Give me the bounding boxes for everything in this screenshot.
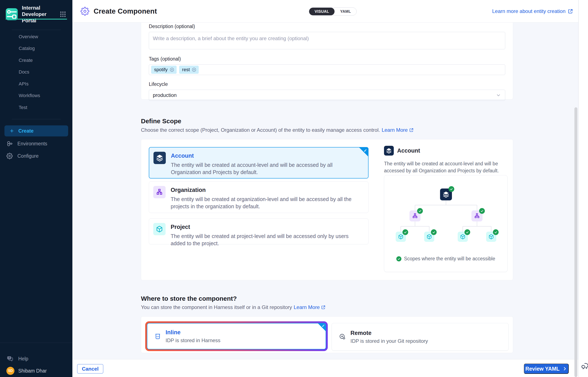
remote-git-icon <box>339 333 346 341</box>
vertical-scrollbar[interactable] <box>574 107 577 377</box>
environments-icon <box>6 141 13 147</box>
plus-icon: + <box>10 128 14 134</box>
sidebar-item-apis[interactable]: APIs <box>0 80 72 88</box>
store-option-title: Remote <box>350 330 428 336</box>
toggle-visual[interactable]: VISUAL <box>309 8 334 15</box>
external-link-icon <box>321 305 326 310</box>
chevron-down-icon <box>496 93 501 98</box>
sidebar-create-label: Create <box>19 128 34 134</box>
define-scope-heading: Define Scope <box>141 118 181 125</box>
learn-more-entity-creation-link[interactable]: Learn more about entity creation <box>492 0 573 23</box>
store-option-title: Inline <box>166 329 220 336</box>
divider <box>12 119 61 119</box>
scope-option-account[interactable]: ✓ Account The entity will be created at … <box>149 147 368 178</box>
component-gear-icon <box>80 7 89 16</box>
scope-learn-more-link[interactable]: Learn More <box>382 127 414 133</box>
store-subtitle: You can store the component in Harness i… <box>141 304 326 310</box>
scope-option-description: The entity will be created at organizati… <box>171 196 357 210</box>
store-option-description: IDP is stored in your Git repository <box>350 338 428 344</box>
sidebar-item-label: Workflows <box>19 93 40 98</box>
tree-project-node <box>486 232 496 242</box>
external-link-icon <box>568 9 573 14</box>
sidebar-create-button[interactable]: + Create <box>4 125 68 136</box>
sidebar-item-label: Docs <box>19 69 29 75</box>
tree-account-node <box>440 188 452 200</box>
scope-option-project[interactable]: Project The entity will be created at pr… <box>149 218 368 244</box>
cancel-button[interactable]: Cancel <box>77 364 103 374</box>
sidebar-item-configure[interactable]: Configure <box>0 151 64 162</box>
scope-option-title: Project <box>171 224 357 230</box>
scope-option-title: Organization <box>171 187 357 193</box>
sidebar-item-overview[interactable]: Overview <box>0 32 72 41</box>
user-menu[interactable]: SD Shibam Dhar <box>6 367 47 375</box>
store-learn-more-link[interactable]: Learn More <box>294 304 326 310</box>
lifecycle-select[interactable]: production <box>149 90 505 101</box>
check-icon: ✓ <box>364 148 367 153</box>
tags-label: Tags (optional) <box>149 56 505 62</box>
inline-storage-icon: </> <box>154 333 161 340</box>
tags-input[interactable]: spotify rest <box>149 64 505 75</box>
page-title: Create Component <box>94 7 157 15</box>
tree-org-node <box>410 210 421 222</box>
configure-gear-icon <box>6 153 13 159</box>
toggle-yaml[interactable]: YAML <box>334 8 356 15</box>
sidebar-item-create[interactable]: Create <box>0 56 72 65</box>
scope-detail: Account The entity will be created at ac… <box>384 146 508 174</box>
sidebar-item-label: Overview <box>19 34 38 39</box>
sidebar-item-workflows[interactable]: Workflows <box>0 91 72 100</box>
sidebar: Internal Developer Portal Overview Catal… <box>0 0 72 377</box>
description-input[interactable] <box>149 32 505 49</box>
sidebar-item-label: Create <box>19 58 33 63</box>
diagram-legend: Scopes where the entity will be accessib… <box>384 256 507 262</box>
divider <box>578 0 579 377</box>
annotation-highlight-ring: ✓ </> Inline IDP is stored in Harness <box>145 321 328 351</box>
avatar: SD <box>6 367 14 375</box>
scope-option-organization[interactable]: Organization The entity will be created … <box>149 181 368 213</box>
tag-chip: rest <box>179 66 199 74</box>
check-badge <box>465 229 470 235</box>
chat-support-icon[interactable] <box>581 361 588 371</box>
sidebar-item-help[interactable]: ? Help <box>0 353 64 364</box>
help-chat-icon: ? <box>6 355 14 362</box>
scope-option-description: The entity will be created at project-le… <box>171 233 357 247</box>
tag-chip-label: spotify <box>154 67 168 72</box>
scope-diagram: Scopes where the entity will be accessib… <box>384 175 508 272</box>
sidebar-item-environments[interactable]: Environments <box>0 138 64 149</box>
remove-tag-icon[interactable] <box>169 67 175 72</box>
store-heading: Where to store the component? <box>141 295 237 302</box>
svg-text:?: ? <box>9 357 10 359</box>
tag-chip: spotify <box>151 66 177 74</box>
review-yaml-button[interactable]: Review YAML <box>524 364 569 374</box>
sidebar-item-catalog[interactable]: Catalog <box>0 44 72 53</box>
scroll-area[interactable]: Description (optional) Tags (optional) s… <box>72 23 578 359</box>
store-selector-panel: ✓ </> Inline IDP is stored in Harness <box>141 317 513 353</box>
tree-project-node <box>424 232 434 242</box>
sidebar-environments-label: Environments <box>17 141 47 147</box>
check-badge <box>431 229 437 235</box>
remove-tag-icon[interactable] <box>191 67 197 72</box>
external-link-icon <box>409 128 414 132</box>
tag-chip-label: rest <box>182 67 190 72</box>
sidebar-item-test[interactable]: Test <box>0 103 72 112</box>
entity-form-card: Description (optional) Tags (optional) s… <box>141 23 513 99</box>
svg-text:</>: </> <box>156 336 159 338</box>
store-subtitle-text: You can store the component in Harness i… <box>141 304 292 310</box>
sidebar-item-docs[interactable]: Docs <box>0 68 72 77</box>
brand: Internal Developer Portal <box>6 5 67 24</box>
sidebar-configure-label: Configure <box>17 153 39 159</box>
store-option-inline[interactable]: ✓ </> Inline IDP is stored in Harness <box>147 323 326 349</box>
define-scope-subtitle: Choose the correct scope (Project, Organ… <box>141 127 414 133</box>
diagram-legend-text: Scopes where the entity will be accessib… <box>404 256 495 262</box>
app-grid-icon[interactable] <box>59 10 67 19</box>
account-layers-icon <box>154 152 166 164</box>
account-layers-icon <box>384 146 394 155</box>
visual-yaml-toggle: VISUAL YAML <box>309 7 357 15</box>
brand-title: Internal Developer Portal <box>22 5 55 24</box>
define-scope-subtitle-text: Choose the correct scope (Project, Organ… <box>141 127 380 133</box>
brand-underline <box>6 19 67 20</box>
learn-more-label: Learn More <box>382 127 408 133</box>
lifecycle-label: Lifecycle <box>149 81 505 87</box>
learn-more-label: Learn More <box>294 304 320 310</box>
page-header: Create Component VISUAL YAML Learn more … <box>72 0 588 23</box>
store-option-remote[interactable]: Remote IDP is stored in your Git reposit… <box>332 323 509 351</box>
